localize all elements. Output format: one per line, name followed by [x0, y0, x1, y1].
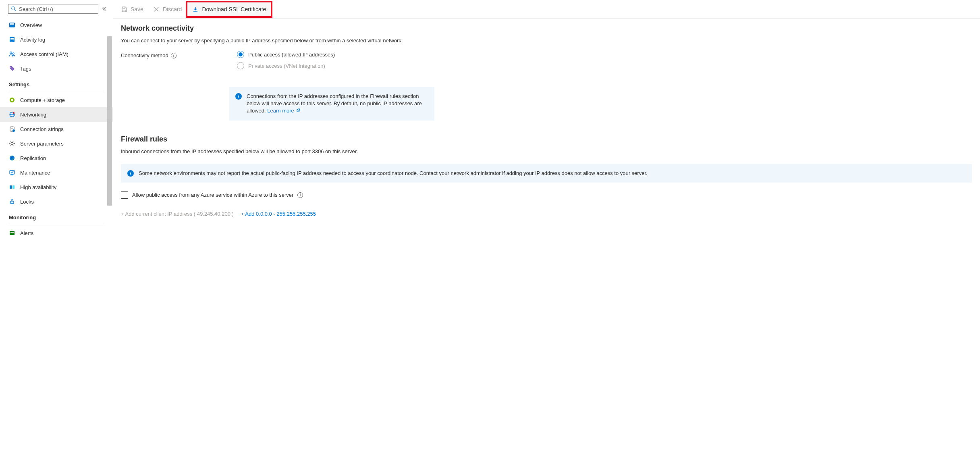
sidebar-item-alerts[interactable]: Alerts [0, 226, 113, 240]
section-header-monitoring: Monitoring [0, 209, 113, 223]
save-button[interactable]: Save [116, 0, 148, 18]
sidebar-item-replication[interactable]: Replication [0, 151, 113, 165]
radio-public-access[interactable]: Public access (allowed IP addresses) [237, 51, 335, 58]
chevron-double-left-icon [102, 6, 107, 12]
sidebar-item-maintenance[interactable]: Maintenance [0, 165, 113, 180]
discard-label: Discard [163, 6, 182, 12]
info-solid-icon: i [235, 93, 242, 100]
discard-icon [153, 6, 160, 12]
network-connectivity-desc: You can connect to your server by specif… [121, 37, 972, 44]
save-icon [121, 6, 127, 12]
svg-rect-25 [10, 201, 14, 204]
allow-any-azure-checkbox[interactable] [121, 191, 128, 199]
svg-rect-5 [10, 38, 14, 39]
sidebar-item-label: Server parameters [20, 141, 64, 147]
radio-private-access: Private access (VNet Integration) [237, 62, 335, 69]
connectivity-method-label: Connectivity method [121, 52, 168, 58]
svg-rect-2 [9, 23, 15, 27]
sidebar-item-label: Alerts [20, 230, 33, 236]
search-input[interactable]: Search (Ctrl+/) [8, 4, 98, 14]
sidebar-item-label: Access control (IAM) [20, 51, 69, 57]
allow-any-azure-label: Allow public access from any Azure servi… [132, 192, 293, 198]
tags-icon [9, 65, 15, 72]
svg-rect-23 [10, 185, 12, 189]
divider [9, 91, 104, 91]
high-availability-icon [9, 184, 15, 190]
learn-more-link[interactable]: Learn more [267, 108, 301, 114]
radio-button-checked-icon [237, 51, 244, 58]
sidebar-item-label: Overview [20, 22, 42, 28]
download-ssl-label: Download SSL Certificate [202, 6, 266, 12]
sidebar-item-compute-storage[interactable]: Compute + storage [0, 93, 113, 107]
firewall-rules-desc: Inbound connections from the IP addresse… [121, 148, 972, 154]
replication-icon [9, 155, 15, 161]
networking-icon [9, 111, 15, 118]
download-ssl-highlight: Download SSL Certificate [186, 1, 272, 18]
add-client-ip-button[interactable]: + Add current client IP address ( 49.245… [121, 211, 234, 217]
svg-rect-22 [11, 175, 13, 175]
svg-point-12 [11, 99, 13, 101]
main-content: Save Discard Download SSL Certificate Ne… [113, 0, 980, 462]
svg-point-18 [12, 129, 15, 132]
info-panel-connections: i Connections from the IP addresses conf… [229, 87, 434, 121]
compute-storage-icon [9, 97, 15, 103]
access-control-icon [9, 51, 15, 57]
activity-log-icon [9, 36, 15, 43]
svg-point-8 [10, 52, 12, 54]
sidebar-item-networking[interactable]: Networking [0, 107, 113, 122]
add-ip-range-button[interactable]: + Add 0.0.0.0 - 255.255.255.255 [241, 211, 316, 217]
svg-rect-3 [10, 23, 14, 25]
svg-rect-24 [12, 185, 15, 189]
sidebar-item-tags[interactable]: Tags [0, 61, 113, 76]
sidebar-item-label: Networking [20, 112, 46, 118]
info-solid-icon: i [127, 170, 134, 177]
save-label: Save [131, 6, 143, 12]
sidebar-item-label: Maintenance [20, 170, 50, 176]
search-placeholder: Search (Ctrl+/) [19, 6, 53, 12]
svg-point-19 [11, 142, 13, 145]
info-icon[interactable]: i [297, 192, 303, 198]
sidebar-item-access-control[interactable]: Access control (IAM) [0, 47, 113, 61]
firewall-note-text: Some network environments may not report… [139, 170, 648, 177]
svg-rect-6 [10, 40, 14, 40]
download-icon [192, 6, 199, 12]
server-parameters-icon [9, 140, 15, 147]
svg-point-17 [10, 127, 14, 128]
search-icon [11, 6, 17, 12]
collapse-sidebar-button[interactable] [101, 5, 108, 12]
svg-point-16 [13, 112, 15, 114]
overview-icon [9, 22, 15, 28]
sidebar-item-server-parameters[interactable]: Server parameters [0, 136, 113, 151]
sidebar-item-locks[interactable]: Locks [0, 194, 113, 209]
radio-public-label: Public access (allowed IP addresses) [248, 52, 335, 58]
svg-point-0 [12, 7, 15, 10]
maintenance-icon [9, 169, 15, 176]
sidebar-item-connection-strings[interactable]: Connection strings [0, 122, 113, 136]
sidebar-item-label: Compute + storage [20, 97, 65, 103]
sidebar-item-label: High availability [20, 184, 56, 190]
svg-rect-7 [10, 41, 12, 42]
section-header-settings: Settings [0, 76, 113, 90]
locks-icon [9, 198, 15, 205]
sidebar: Search (Ctrl+/) Overview Activity log [0, 0, 113, 462]
divider [9, 224, 104, 224]
scrollbar[interactable] [107, 36, 112, 206]
sidebar-item-overview[interactable]: Overview [0, 18, 113, 32]
external-link-icon [296, 108, 301, 112]
discard-button[interactable]: Discard [148, 0, 187, 18]
sidebar-item-label: Connection strings [20, 126, 64, 132]
info-icon[interactable]: i [171, 53, 176, 58]
alerts-icon [9, 230, 15, 236]
sidebar-item-activity-log[interactable]: Activity log [0, 32, 113, 47]
svg-rect-26 [10, 231, 15, 235]
sidebar-item-high-availability[interactable]: High availability [0, 180, 113, 194]
radio-button-unchecked-icon [237, 62, 244, 69]
download-ssl-button[interactable]: Download SSL Certificate [187, 2, 271, 16]
info-panel-firewall-note: i Some network environments may not repo… [121, 164, 972, 183]
sidebar-item-label: Tags [20, 66, 31, 72]
radio-private-label: Private access (VNet Integration) [248, 63, 325, 69]
firewall-rules-title: Firewall rules [121, 135, 972, 144]
svg-point-9 [12, 53, 14, 54]
svg-point-20 [10, 156, 15, 160]
sidebar-item-label: Locks [20, 199, 34, 205]
